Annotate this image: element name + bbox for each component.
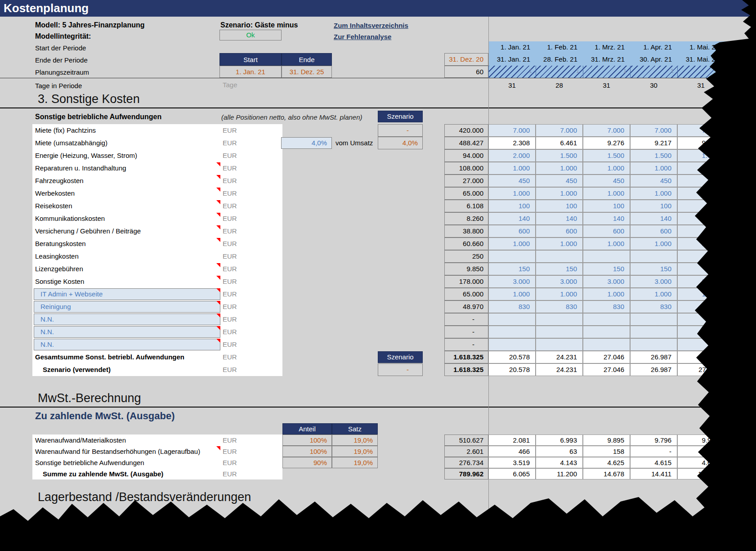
row-total-cell: 2.601 (444, 446, 488, 457)
month-value-cell[interactable] (677, 250, 725, 263)
month-value-cell[interactable]: 1.500 (630, 149, 677, 162)
month-value-cell[interactable]: 100 (677, 200, 725, 212)
editable-label-cell[interactable]: N.N. (34, 339, 220, 350)
row-unit: EUR (223, 326, 237, 338)
month-value-cell[interactable]: 450 (583, 175, 630, 187)
month-value-cell[interactable]: 3.000 (536, 275, 583, 288)
month-value-cell[interactable]: 1.000 (630, 162, 677, 175)
month-value-cell[interactable]: 1.000 (677, 162, 725, 175)
link-table-of-contents[interactable]: Zum Inhaltsverzeichnis (334, 20, 408, 31)
scenario-column-header: Szenario (378, 111, 423, 122)
month-value-cell[interactable]: 1.000 (488, 162, 536, 175)
month-value-cell: 1.000 (488, 288, 536, 300)
month-value-cell[interactable]: 140 (677, 212, 725, 225)
month-end-date: 31. Mrz. 21 (583, 53, 630, 66)
month-value-cell[interactable]: 600 (630, 225, 677, 237)
month-value-cell[interactable]: 150 (583, 263, 630, 275)
scenario-value-cell: - (378, 363, 423, 376)
month-value-cell[interactable]: 7.000 (630, 124, 677, 137)
month-value-cell[interactable]: 3.000 (583, 275, 630, 288)
month-value-cell[interactable]: 1.000 (583, 162, 630, 175)
month-value-cell: 14.678 (583, 468, 630, 479)
period-end-value: 31. Dez. 25 (282, 66, 332, 78)
month-value-cell[interactable]: 100 (583, 200, 630, 212)
month-end-date: 31. Mai. 21 (677, 53, 725, 66)
month-value-cell[interactable]: 1.000 (488, 237, 536, 250)
month-end-date: 31. Jan. 21 (488, 53, 536, 66)
month-value-cell[interactable] (536, 250, 583, 263)
editable-label-cell[interactable]: N.N. (34, 314, 220, 325)
month-value-cell[interactable]: 140 (583, 212, 630, 225)
month-value-cell[interactable]: 1.000 (536, 237, 583, 250)
month-flag-cell: 1 (677, 66, 725, 78)
month-value-cell[interactable]: 7.000 (488, 124, 536, 137)
row-unit: EUR (223, 162, 237, 175)
editable-label-cell[interactable]: Reinigung (34, 301, 220, 313)
month-value-cell[interactable] (488, 250, 536, 263)
month-value-cell[interactable]: 1.000 (583, 237, 630, 250)
month-value-cell[interactable]: 1.500 (536, 149, 583, 162)
comment-marker-icon (216, 288, 220, 292)
month-value-cell (677, 338, 725, 351)
month-value-cell[interactable]: 600 (536, 225, 583, 237)
link-error-analysis[interactable]: Zur Fehleranalyse (334, 31, 391, 42)
month-value-cell[interactable]: 150 (677, 263, 725, 275)
month-value-cell[interactable]: 450 (630, 175, 677, 187)
month-value-cell[interactable]: 7.000 (583, 124, 630, 137)
row-total-cell: 94.000 (444, 149, 488, 162)
month-value-cell[interactable] (630, 250, 677, 263)
month-flag-cell: 1 (630, 66, 677, 78)
month-value-cell[interactable]: 1.000 (583, 187, 630, 200)
row-total-cell: 420.000 (444, 124, 488, 137)
month-value-cell[interactable]: 150 (488, 263, 536, 275)
month-value-cell[interactable]: 1.500 (583, 149, 630, 162)
row-label: Miete (umsatzabhängig) (35, 137, 107, 149)
month-value-cell[interactable]: 600 (488, 225, 536, 237)
month-value-cell[interactable]: 140 (536, 212, 583, 225)
month-value-cell (677, 446, 725, 457)
month-value-cell[interactable]: 1.000 (677, 237, 725, 250)
month-value-cell (583, 313, 630, 326)
editable-label-cell[interactable]: N.N. (34, 326, 220, 338)
month-value-cell[interactable]: 600 (583, 225, 630, 237)
row-total-cell: 108.000 (444, 162, 488, 175)
editable-label-cell[interactable]: IT Admin + Webseite (34, 288, 220, 300)
row-total-cell: 27.000 (444, 175, 488, 187)
table-note: (alle Positionen netto, also ohne MwSt. … (221, 112, 362, 123)
row-label: Szenario (verwendet) (43, 363, 111, 376)
month-value-cell[interactable]: 450 (488, 175, 536, 187)
month-value-cell[interactable]: 1.000 (630, 237, 677, 250)
percent-input-cell[interactable]: 4,0% (281, 137, 332, 149)
month-value-cell[interactable]: 1.000 (488, 187, 536, 200)
month-value-cell[interactable]: 150 (536, 263, 583, 275)
month-value-cell[interactable]: 2.000 (488, 149, 536, 162)
month-value-cell[interactable]: 600 (677, 225, 725, 237)
month-value-cell[interactable]: 150 (630, 263, 677, 275)
month-value-cell: 27.046 (583, 351, 630, 363)
month-value-cell[interactable]: 3.000 (488, 275, 536, 288)
month-value-cell[interactable]: 140 (630, 212, 677, 225)
month-value-cell[interactable]: 1.500 (677, 149, 725, 162)
month-value-cell[interactable]: 1.000 (536, 162, 583, 175)
month-value-cell[interactable] (583, 250, 630, 263)
month-value-cell[interactable]: 100 (488, 200, 536, 212)
month-value-cell[interactable]: 450 (677, 175, 725, 187)
month-value-cell (488, 326, 536, 338)
month-value-cell[interactable]: 1.000 (536, 187, 583, 200)
row-unit: EUR (223, 446, 237, 457)
month-value-cell[interactable]: 100 (630, 200, 677, 212)
month-value-cell[interactable]: 1.000 (677, 187, 725, 200)
month-value-cell[interactable]: 140 (488, 212, 536, 225)
row-label: Gesamtsumme Sonst. betriebl. Aufwendunge… (35, 351, 184, 363)
month-value-cell[interactable]: 1.000 (630, 187, 677, 200)
month-value-cell[interactable]: 100 (536, 200, 583, 212)
integrity-label: Modellintegrität: (35, 31, 91, 42)
month-value-cell[interactable]: 7.000 (536, 124, 583, 137)
row-total-cell: 789.962 (444, 468, 488, 479)
month-value-cell[interactable]: 7.000 (677, 124, 725, 137)
month-end-date: 30. Apr. 21 (630, 53, 677, 66)
row-unit: EUR (223, 225, 237, 237)
month-value-cell[interactable]: 450 (536, 175, 583, 187)
month-value-cell[interactable]: 3.000 (630, 275, 677, 288)
month-value-cell[interactable]: 3.000 (677, 275, 725, 288)
